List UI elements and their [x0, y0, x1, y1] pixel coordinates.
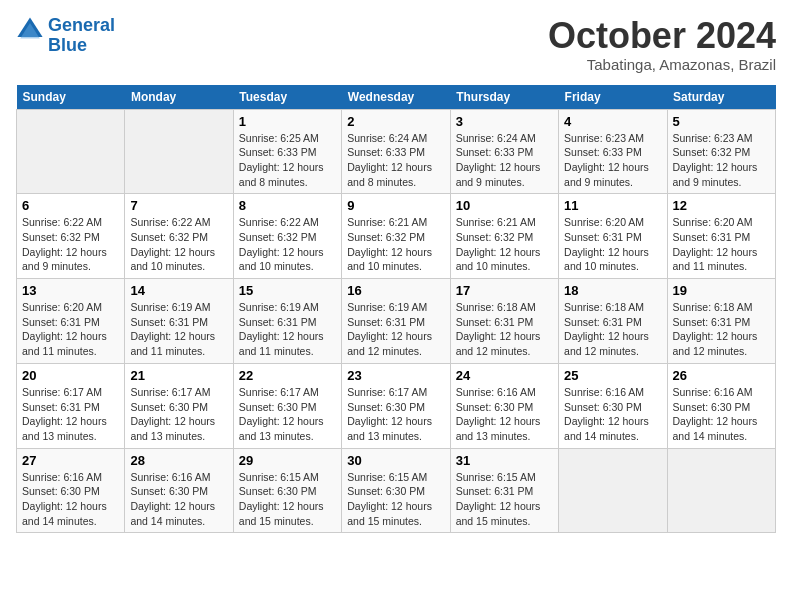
- day-number: 14: [130, 283, 227, 298]
- day-info: Sunrise: 6:18 AM Sunset: 6:31 PM Dayligh…: [456, 300, 553, 359]
- day-number: 5: [673, 114, 770, 129]
- calendar-cell: 7Sunrise: 6:22 AM Sunset: 6:32 PM Daylig…: [125, 194, 233, 279]
- day-info: Sunrise: 6:16 AM Sunset: 6:30 PM Dayligh…: [673, 385, 770, 444]
- day-info: Sunrise: 6:15 AM Sunset: 6:30 PM Dayligh…: [347, 470, 444, 529]
- day-number: 18: [564, 283, 661, 298]
- day-info: Sunrise: 6:25 AM Sunset: 6:33 PM Dayligh…: [239, 131, 336, 190]
- day-info: Sunrise: 6:21 AM Sunset: 6:32 PM Dayligh…: [347, 215, 444, 274]
- day-number: 24: [456, 368, 553, 383]
- title-block: October 2024 Tabatinga, Amazonas, Brazil: [548, 16, 776, 73]
- calendar-cell: 15Sunrise: 6:19 AM Sunset: 6:31 PM Dayli…: [233, 279, 341, 364]
- calendar-cell: 17Sunrise: 6:18 AM Sunset: 6:31 PM Dayli…: [450, 279, 558, 364]
- page-header: General Blue October 2024 Tabatinga, Ama…: [16, 16, 776, 73]
- day-info: Sunrise: 6:20 AM Sunset: 6:31 PM Dayligh…: [564, 215, 661, 274]
- calendar-cell: 19Sunrise: 6:18 AM Sunset: 6:31 PM Dayli…: [667, 279, 775, 364]
- day-number: 7: [130, 198, 227, 213]
- day-info: Sunrise: 6:22 AM Sunset: 6:32 PM Dayligh…: [130, 215, 227, 274]
- calendar-cell: 10Sunrise: 6:21 AM Sunset: 6:32 PM Dayli…: [450, 194, 558, 279]
- calendar-cell: 8Sunrise: 6:22 AM Sunset: 6:32 PM Daylig…: [233, 194, 341, 279]
- day-info: Sunrise: 6:20 AM Sunset: 6:31 PM Dayligh…: [22, 300, 119, 359]
- day-info: Sunrise: 6:19 AM Sunset: 6:31 PM Dayligh…: [130, 300, 227, 359]
- calendar-cell: 31Sunrise: 6:15 AM Sunset: 6:31 PM Dayli…: [450, 448, 558, 533]
- day-info: Sunrise: 6:18 AM Sunset: 6:31 PM Dayligh…: [673, 300, 770, 359]
- day-number: 23: [347, 368, 444, 383]
- weekday-header-tuesday: Tuesday: [233, 85, 341, 110]
- day-number: 27: [22, 453, 119, 468]
- weekday-header-monday: Monday: [125, 85, 233, 110]
- day-number: 16: [347, 283, 444, 298]
- day-info: Sunrise: 6:16 AM Sunset: 6:30 PM Dayligh…: [456, 385, 553, 444]
- day-info: Sunrise: 6:24 AM Sunset: 6:33 PM Dayligh…: [456, 131, 553, 190]
- day-info: Sunrise: 6:20 AM Sunset: 6:31 PM Dayligh…: [673, 215, 770, 274]
- day-number: 22: [239, 368, 336, 383]
- calendar-cell: 3Sunrise: 6:24 AM Sunset: 6:33 PM Daylig…: [450, 109, 558, 194]
- day-number: 2: [347, 114, 444, 129]
- day-number: 26: [673, 368, 770, 383]
- calendar-cell: 23Sunrise: 6:17 AM Sunset: 6:30 PM Dayli…: [342, 363, 450, 448]
- day-number: 29: [239, 453, 336, 468]
- day-number: 31: [456, 453, 553, 468]
- calendar-cell: 26Sunrise: 6:16 AM Sunset: 6:30 PM Dayli…: [667, 363, 775, 448]
- day-info: Sunrise: 6:22 AM Sunset: 6:32 PM Dayligh…: [22, 215, 119, 274]
- day-info: Sunrise: 6:16 AM Sunset: 6:30 PM Dayligh…: [564, 385, 661, 444]
- logo: General Blue: [16, 16, 115, 56]
- calendar-cell: 27Sunrise: 6:16 AM Sunset: 6:30 PM Dayli…: [17, 448, 125, 533]
- calendar-cell: 25Sunrise: 6:16 AM Sunset: 6:30 PM Dayli…: [559, 363, 667, 448]
- day-info: Sunrise: 6:15 AM Sunset: 6:30 PM Dayligh…: [239, 470, 336, 529]
- day-info: Sunrise: 6:17 AM Sunset: 6:30 PM Dayligh…: [239, 385, 336, 444]
- calendar-cell: [17, 109, 125, 194]
- calendar-table: SundayMondayTuesdayWednesdayThursdayFrid…: [16, 85, 776, 534]
- day-number: 30: [347, 453, 444, 468]
- calendar-cell: 6Sunrise: 6:22 AM Sunset: 6:32 PM Daylig…: [17, 194, 125, 279]
- calendar-cell: 1Sunrise: 6:25 AM Sunset: 6:33 PM Daylig…: [233, 109, 341, 194]
- day-number: 4: [564, 114, 661, 129]
- day-info: Sunrise: 6:19 AM Sunset: 6:31 PM Dayligh…: [239, 300, 336, 359]
- weekday-header-wednesday: Wednesday: [342, 85, 450, 110]
- day-number: 15: [239, 283, 336, 298]
- day-number: 12: [673, 198, 770, 213]
- day-number: 20: [22, 368, 119, 383]
- weekday-header-thursday: Thursday: [450, 85, 558, 110]
- day-info: Sunrise: 6:23 AM Sunset: 6:32 PM Dayligh…: [673, 131, 770, 190]
- calendar-cell: [125, 109, 233, 194]
- day-number: 3: [456, 114, 553, 129]
- logo-blue: Blue: [48, 35, 87, 55]
- calendar-cell: 30Sunrise: 6:15 AM Sunset: 6:30 PM Dayli…: [342, 448, 450, 533]
- day-info: Sunrise: 6:17 AM Sunset: 6:30 PM Dayligh…: [130, 385, 227, 444]
- day-number: 6: [22, 198, 119, 213]
- day-number: 19: [673, 283, 770, 298]
- calendar-week-5: 27Sunrise: 6:16 AM Sunset: 6:30 PM Dayli…: [17, 448, 776, 533]
- day-number: 11: [564, 198, 661, 213]
- weekday-header-row: SundayMondayTuesdayWednesdayThursdayFrid…: [17, 85, 776, 110]
- calendar-cell: [559, 448, 667, 533]
- calendar-cell: 14Sunrise: 6:19 AM Sunset: 6:31 PM Dayli…: [125, 279, 233, 364]
- calendar-cell: 24Sunrise: 6:16 AM Sunset: 6:30 PM Dayli…: [450, 363, 558, 448]
- day-number: 8: [239, 198, 336, 213]
- weekday-header-friday: Friday: [559, 85, 667, 110]
- calendar-cell: 16Sunrise: 6:19 AM Sunset: 6:31 PM Dayli…: [342, 279, 450, 364]
- calendar-week-1: 1Sunrise: 6:25 AM Sunset: 6:33 PM Daylig…: [17, 109, 776, 194]
- calendar-cell: 13Sunrise: 6:20 AM Sunset: 6:31 PM Dayli…: [17, 279, 125, 364]
- calendar-cell: 28Sunrise: 6:16 AM Sunset: 6:30 PM Dayli…: [125, 448, 233, 533]
- day-number: 9: [347, 198, 444, 213]
- day-info: Sunrise: 6:17 AM Sunset: 6:31 PM Dayligh…: [22, 385, 119, 444]
- calendar-week-3: 13Sunrise: 6:20 AM Sunset: 6:31 PM Dayli…: [17, 279, 776, 364]
- day-number: 28: [130, 453, 227, 468]
- calendar-cell: 29Sunrise: 6:15 AM Sunset: 6:30 PM Dayli…: [233, 448, 341, 533]
- day-info: Sunrise: 6:19 AM Sunset: 6:31 PM Dayligh…: [347, 300, 444, 359]
- day-number: 25: [564, 368, 661, 383]
- logo-icon: [16, 16, 44, 44]
- weekday-header-sunday: Sunday: [17, 85, 125, 110]
- day-number: 13: [22, 283, 119, 298]
- day-info: Sunrise: 6:21 AM Sunset: 6:32 PM Dayligh…: [456, 215, 553, 274]
- calendar-cell: 12Sunrise: 6:20 AM Sunset: 6:31 PM Dayli…: [667, 194, 775, 279]
- calendar-cell: 9Sunrise: 6:21 AM Sunset: 6:32 PM Daylig…: [342, 194, 450, 279]
- calendar-cell: 11Sunrise: 6:20 AM Sunset: 6:31 PM Dayli…: [559, 194, 667, 279]
- day-number: 10: [456, 198, 553, 213]
- day-info: Sunrise: 6:23 AM Sunset: 6:33 PM Dayligh…: [564, 131, 661, 190]
- logo-general: General: [48, 15, 115, 35]
- day-info: Sunrise: 6:17 AM Sunset: 6:30 PM Dayligh…: [347, 385, 444, 444]
- location-label: Tabatinga, Amazonas, Brazil: [548, 56, 776, 73]
- day-info: Sunrise: 6:24 AM Sunset: 6:33 PM Dayligh…: [347, 131, 444, 190]
- day-number: 17: [456, 283, 553, 298]
